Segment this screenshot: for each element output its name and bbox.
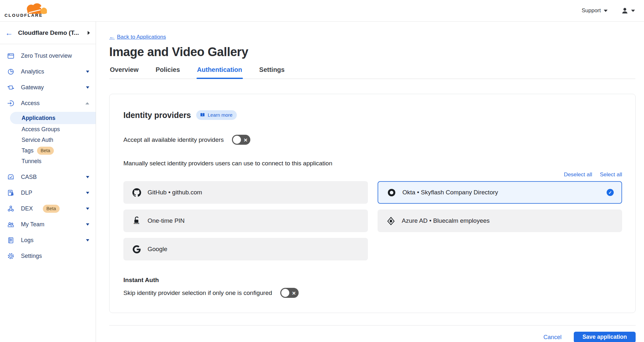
sidebar-item-gateway[interactable]: Gateway: [0, 80, 96, 95]
instant-auth-toggle[interactable]: ✕: [280, 288, 299, 298]
provider-tile-one-time-pin[interactable]: **** One-time PIN: [123, 210, 368, 232]
identity-providers-card: Identity providers Learn more Accept all…: [109, 94, 636, 313]
instant-auth-label: Skip identity provider selection if only…: [123, 289, 272, 297]
toggle-x-icon: ✕: [292, 290, 296, 295]
top-bar: CLOUDFLARE Support: [0, 0, 644, 22]
support-label: Support: [582, 7, 601, 14]
github-icon: [132, 188, 141, 197]
cloudflare-logo[interactable]: CLOUDFLARE: [3, 1, 48, 20]
sidebar-item-service-auth[interactable]: Service Auth: [0, 135, 96, 145]
access-subnav: Applications Access Groups Service Auth …: [0, 111, 96, 169]
provider-label: GitHub • github.com: [148, 189, 202, 196]
casb-check-box-icon: [7, 173, 14, 181]
okta-icon: [387, 188, 396, 197]
sidebar-item-label: DLP: [21, 190, 32, 196]
sidebar-item-label: Zero Trust overview: [21, 53, 72, 59]
chevron-down-icon[interactable]: [86, 71, 89, 73]
chevron-up-icon[interactable]: [85, 102, 89, 104]
browser-window-icon: [7, 52, 14, 60]
chevron-down-icon[interactable]: [86, 86, 89, 89]
tab-settings[interactable]: Settings: [259, 66, 285, 79]
chevron-down-icon[interactable]: [86, 192, 89, 194]
sidebar-item-settings[interactable]: Settings: [0, 248, 96, 264]
sidebar-item-analytics[interactable]: Analytics: [0, 64, 96, 80]
chevron-right-icon[interactable]: [88, 31, 90, 35]
provider-tile-azure-ad[interactable]: Azure AD • Bluecalm employees: [378, 210, 622, 232]
sidebar-item-label: DEX: [21, 205, 33, 212]
sidebar-item-my-team[interactable]: My Team: [0, 217, 96, 232]
sidebar-item-access-groups[interactable]: Access Groups: [0, 124, 96, 135]
google-icon: [132, 245, 141, 253]
chevron-down-icon[interactable]: [86, 223, 89, 226]
provider-tile-github[interactable]: GitHub • github.com: [123, 181, 368, 204]
chevron-down-icon[interactable]: [86, 176, 89, 178]
sidebar-item-dex[interactable]: DEX Beta: [0, 201, 96, 217]
gear-icon: [7, 252, 14, 260]
sidebar-item-label: Access: [21, 100, 40, 107]
page-title: Image and Video Gallery: [109, 45, 635, 59]
back-to-applications-link[interactable]: ← Back to Applications: [109, 34, 166, 40]
pie-chart-icon: [7, 68, 14, 75]
sidebar-item-tags[interactable]: Tags Beta: [0, 145, 96, 156]
tab-policies[interactable]: Policies: [155, 66, 181, 79]
access-login-icon: [7, 100, 14, 107]
sidebar-item-label: Analytics: [21, 68, 44, 75]
network-nodes-icon: [7, 205, 14, 212]
cloudflare-wordmark: CLOUDFLARE: [5, 13, 43, 18]
account-name: Cloudflare Demo (T...: [18, 29, 82, 36]
sidebar-item-applications[interactable]: Applications: [10, 112, 96, 124]
sidebar-item-label: Settings: [21, 253, 42, 259]
chevron-down-icon[interactable]: [86, 239, 89, 241]
provider-label: One-time PIN: [148, 217, 185, 224]
sidebar-item-label: Logs: [21, 237, 34, 244]
accept-all-label: Accept all available identity providers: [123, 136, 224, 143]
back-arrow-icon[interactable]: ←: [5, 29, 13, 37]
sidebar-account-header: ← Cloudflare Demo (T...: [0, 22, 96, 44]
sidebar-item-label: Tags: [22, 147, 34, 154]
sidebar-item-label: CASB: [21, 174, 37, 181]
user-icon: [621, 7, 629, 15]
provider-label: Google: [148, 246, 167, 253]
toggle-knob: [281, 289, 289, 297]
sidebar-item-zero-trust-overview[interactable]: Zero Trust overview: [0, 48, 96, 64]
sidebar-item-label: My Team: [21, 221, 44, 228]
main-content: ← Back to Applications Image and Video G…: [96, 22, 644, 342]
tab-authentication[interactable]: Authentication: [197, 66, 243, 79]
provider-tile-okta[interactable]: Okta • Skyflash Company Directory ✓: [378, 181, 622, 204]
accept-all-toggle[interactable]: ✕: [232, 135, 250, 145]
select-all-link[interactable]: Select all: [600, 171, 622, 178]
sidebar-item-casb[interactable]: CASB: [0, 169, 96, 185]
support-menu[interactable]: Support: [582, 7, 608, 14]
document-lock-icon: [7, 189, 14, 197]
tab-overview[interactable]: Overview: [109, 66, 139, 79]
sidebar-item-access[interactable]: Access: [0, 95, 96, 111]
learn-more-badge[interactable]: Learn more: [196, 110, 237, 120]
sidebar-item-logs[interactable]: Logs: [0, 232, 96, 248]
provider-label: Okta • Skyflash Company Directory: [402, 189, 498, 196]
back-arrow-icon: ←: [109, 34, 115, 40]
one-time-pin-lock-icon: ****: [132, 216, 141, 226]
gateway-icon: [7, 84, 14, 91]
book-icon: [200, 112, 205, 118]
footer-actions: Cancel Save application: [109, 332, 636, 342]
sidebar-item-label: Gateway: [21, 84, 44, 91]
sidebar: ← Cloudflare Demo (T... Zero Trust overv…: [0, 22, 96, 342]
providers-grid: GitHub • github.com Okta • Skyflash Comp…: [123, 181, 622, 260]
sidebar-nav: Zero Trust overview Analytics: [0, 44, 96, 264]
sidebar-item-label: Applications: [22, 115, 55, 122]
chevron-down-icon[interactable]: [86, 208, 89, 210]
account-menu[interactable]: [621, 7, 635, 15]
deselect-all-link[interactable]: Deselect all: [564, 171, 592, 178]
save-application-button[interactable]: Save application: [574, 332, 636, 342]
sidebar-item-label: Tunnels: [22, 158, 42, 165]
provider-tile-google[interactable]: Google: [123, 238, 368, 260]
cancel-button[interactable]: Cancel: [543, 334, 562, 341]
tab-bar: Overview Policies Authentication Setting…: [109, 66, 635, 79]
card-heading: Identity providers: [123, 111, 191, 120]
sidebar-item-dlp[interactable]: DLP: [0, 185, 96, 201]
sidebar-item-label: Service Auth: [22, 137, 53, 143]
manual-select-text: Manually select identity providers users…: [123, 160, 622, 167]
sidebar-item-tunnels[interactable]: Tunnels: [0, 156, 96, 167]
instant-auth-heading: Instant Auth: [123, 277, 622, 284]
sidebar-item-label: Access Groups: [22, 126, 60, 133]
